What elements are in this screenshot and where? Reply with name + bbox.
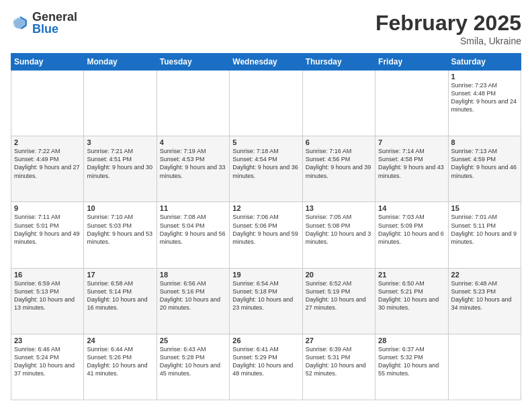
table-row: 9Sunrise: 7:11 AMSunset: 5:01 PMDaylight… (11, 202, 84, 268)
table-row: 27Sunrise: 6:39 AMSunset: 5:31 PMDayligh… (302, 334, 375, 400)
month-title: February 2025 (375, 11, 521, 36)
table-row (11, 71, 84, 136)
day-info: Sunrise: 7:06 AMSunset: 5:06 PMDaylight:… (232, 213, 299, 246)
col-saturday: Saturday (448, 54, 521, 71)
day-number: 18 (160, 271, 226, 279)
day-number: 25 (160, 336, 226, 345)
table-row: 7Sunrise: 7:14 AMSunset: 4:58 PMDaylight… (375, 136, 448, 202)
day-info: Sunrise: 7:21 AMSunset: 4:51 PMDaylight:… (87, 147, 153, 180)
page: General Blue February 2025 Smila, Ukrain… (0, 0, 532, 411)
day-number: 17 (87, 271, 153, 279)
table-row: 11Sunrise: 7:08 AMSunset: 5:04 PMDayligh… (157, 202, 229, 268)
table-row: 4Sunrise: 7:19 AMSunset: 4:53 PMDaylight… (157, 136, 229, 202)
day-number: 12 (232, 204, 299, 212)
day-number: 26 (232, 336, 299, 345)
table-row: 23Sunrise: 6:46 AMSunset: 5:24 PMDayligh… (11, 334, 84, 400)
day-number: 9 (14, 204, 81, 212)
day-number: 2 (14, 138, 81, 146)
table-row: 18Sunrise: 6:56 AMSunset: 5:16 PMDayligh… (157, 268, 229, 334)
table-row: 10Sunrise: 7:10 AMSunset: 5:03 PMDayligh… (84, 202, 157, 268)
day-number: 6 (306, 138, 372, 146)
logo-text: General Blue (32, 11, 77, 35)
day-info: Sunrise: 7:10 AMSunset: 5:03 PMDaylight:… (87, 213, 153, 246)
day-number: 21 (378, 271, 445, 279)
table-row: 22Sunrise: 6:48 AMSunset: 5:23 PMDayligh… (448, 268, 521, 334)
day-info: Sunrise: 7:03 AMSunset: 5:09 PMDaylight:… (378, 213, 445, 246)
day-info: Sunrise: 6:37 AMSunset: 5:32 PMDaylight:… (378, 345, 445, 378)
logo-blue: Blue (32, 23, 77, 35)
day-info: Sunrise: 7:11 AMSunset: 5:01 PMDaylight:… (14, 213, 81, 246)
calendar-header-row: Sunday Monday Tuesday Wednesday Thursday… (11, 54, 521, 71)
header: General Blue February 2025 Smila, Ukrain… (11, 11, 521, 46)
table-row: 20Sunrise: 6:52 AMSunset: 5:19 PMDayligh… (302, 268, 375, 334)
day-number: 1 (451, 73, 518, 81)
calendar-week-row: 1Sunrise: 7:23 AMSunset: 4:48 PMDaylight… (11, 71, 521, 136)
day-number: 23 (14, 336, 81, 345)
day-number: 28 (378, 336, 445, 345)
calendar-week-row: 9Sunrise: 7:11 AMSunset: 5:01 PMDaylight… (11, 202, 521, 268)
table-row: 1Sunrise: 7:23 AMSunset: 4:48 PMDaylight… (448, 71, 521, 136)
calendar-week-row: 23Sunrise: 6:46 AMSunset: 5:24 PMDayligh… (11, 334, 521, 400)
table-row: 16Sunrise: 6:59 AMSunset: 5:13 PMDayligh… (11, 268, 84, 334)
day-info: Sunrise: 6:41 AMSunset: 5:29 PMDaylight:… (232, 345, 299, 378)
table-row: 21Sunrise: 6:50 AMSunset: 5:21 PMDayligh… (375, 268, 448, 334)
table-row (84, 71, 157, 136)
col-friday: Friday (375, 54, 448, 71)
day-info: Sunrise: 6:39 AMSunset: 5:31 PMDaylight:… (306, 345, 372, 378)
day-number: 7 (378, 138, 445, 146)
col-wednesday: Wednesday (230, 54, 302, 71)
logo-icon (11, 13, 30, 32)
day-info: Sunrise: 7:23 AMSunset: 4:48 PMDaylight:… (451, 81, 518, 114)
day-number: 3 (87, 138, 153, 146)
day-number: 22 (451, 271, 518, 279)
day-number: 19 (232, 271, 299, 279)
col-monday: Monday (84, 54, 157, 71)
table-row: 28Sunrise: 6:37 AMSunset: 5:32 PMDayligh… (375, 334, 448, 400)
day-info: Sunrise: 6:54 AMSunset: 5:18 PMDaylight:… (232, 279, 299, 312)
table-row: 2Sunrise: 7:22 AMSunset: 4:49 PMDaylight… (11, 136, 84, 202)
col-sunday: Sunday (11, 54, 84, 71)
day-number: 4 (160, 138, 226, 146)
day-info: Sunrise: 6:52 AMSunset: 5:19 PMDaylight:… (306, 279, 372, 312)
table-row: 3Sunrise: 7:21 AMSunset: 4:51 PMDaylight… (84, 136, 157, 202)
day-info: Sunrise: 7:13 AMSunset: 4:59 PMDaylight:… (451, 147, 518, 180)
table-row: 13Sunrise: 7:05 AMSunset: 5:08 PMDayligh… (302, 202, 375, 268)
calendar-week-row: 2Sunrise: 7:22 AMSunset: 4:49 PMDaylight… (11, 136, 521, 202)
logo: General Blue (11, 11, 77, 35)
day-info: Sunrise: 6:59 AMSunset: 5:13 PMDaylight:… (14, 279, 81, 312)
day-number: 14 (378, 204, 445, 212)
day-info: Sunrise: 6:56 AMSunset: 5:16 PMDaylight:… (160, 279, 226, 312)
day-info: Sunrise: 6:48 AMSunset: 5:23 PMDaylight:… (451, 279, 518, 312)
table-row (230, 71, 302, 136)
table-row: 24Sunrise: 6:44 AMSunset: 5:26 PMDayligh… (84, 334, 157, 400)
table-row: 25Sunrise: 6:43 AMSunset: 5:28 PMDayligh… (157, 334, 229, 400)
day-info: Sunrise: 6:43 AMSunset: 5:28 PMDaylight:… (160, 345, 226, 378)
table-row: 5Sunrise: 7:18 AMSunset: 4:54 PMDaylight… (230, 136, 302, 202)
table-row: 17Sunrise: 6:58 AMSunset: 5:14 PMDayligh… (84, 268, 157, 334)
day-info: Sunrise: 7:19 AMSunset: 4:53 PMDaylight:… (160, 147, 226, 180)
table-row: 26Sunrise: 6:41 AMSunset: 5:29 PMDayligh… (230, 334, 302, 400)
day-info: Sunrise: 7:14 AMSunset: 4:58 PMDaylight:… (378, 147, 445, 180)
day-info: Sunrise: 7:18 AMSunset: 4:54 PMDaylight:… (232, 147, 299, 180)
day-number: 8 (451, 138, 518, 146)
table-row: 19Sunrise: 6:54 AMSunset: 5:18 PMDayligh… (230, 268, 302, 334)
title-block: February 2025 Smila, Ukraine (375, 11, 521, 46)
day-number: 20 (306, 271, 372, 279)
table-row: 6Sunrise: 7:16 AMSunset: 4:56 PMDaylight… (302, 136, 375, 202)
day-number: 24 (87, 336, 153, 345)
calendar-table: Sunday Monday Tuesday Wednesday Thursday… (11, 53, 521, 400)
table-row (375, 71, 448, 136)
table-row: 8Sunrise: 7:13 AMSunset: 4:59 PMDaylight… (448, 136, 521, 202)
logo-general: General (32, 11, 77, 23)
day-info: Sunrise: 7:01 AMSunset: 5:11 PMDaylight:… (451, 213, 518, 246)
day-number: 16 (14, 271, 81, 279)
day-number: 10 (87, 204, 153, 212)
col-thursday: Thursday (302, 54, 375, 71)
day-info: Sunrise: 6:58 AMSunset: 5:14 PMDaylight:… (87, 279, 153, 312)
day-number: 15 (451, 204, 518, 212)
day-info: Sunrise: 6:44 AMSunset: 5:26 PMDaylight:… (87, 345, 153, 378)
calendar-week-row: 16Sunrise: 6:59 AMSunset: 5:13 PMDayligh… (11, 268, 521, 334)
col-tuesday: Tuesday (157, 54, 229, 71)
day-info: Sunrise: 7:05 AMSunset: 5:08 PMDaylight:… (306, 213, 372, 246)
table-row: 14Sunrise: 7:03 AMSunset: 5:09 PMDayligh… (375, 202, 448, 268)
